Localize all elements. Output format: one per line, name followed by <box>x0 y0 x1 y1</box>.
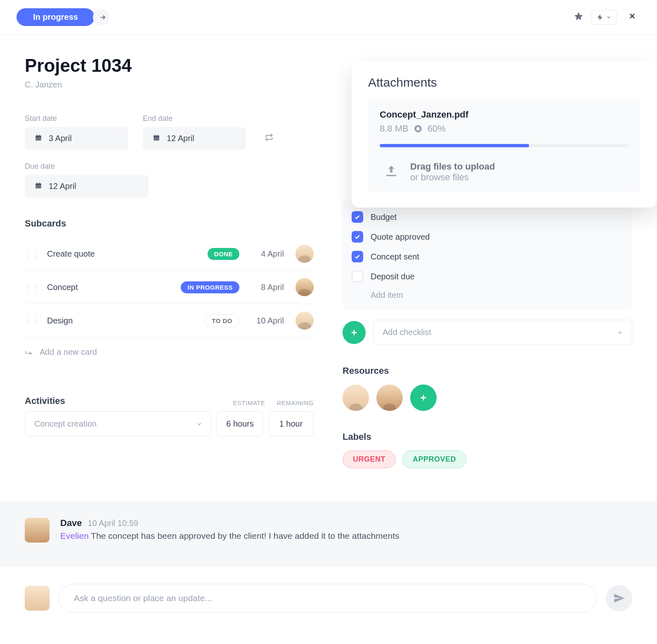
checklist: Budget Quote approved Concept sent Depos… <box>343 200 632 310</box>
upload-progress-fill <box>380 144 529 147</box>
end-date-label: End date <box>143 114 246 123</box>
due-date-value: 12 April <box>49 182 76 191</box>
due-date-label: Due date <box>25 162 149 171</box>
add-subcard-label: Add a new card <box>40 347 97 357</box>
project-title: Project 1034 <box>25 55 314 76</box>
enter-icon <box>25 348 33 356</box>
chevron-down-icon <box>617 330 623 335</box>
end-date-value: 12 April <box>167 134 194 143</box>
attachment-filename: Concept_Janzen.pdf <box>380 109 629 120</box>
checkbox[interactable] <box>352 251 363 262</box>
upload-card: Concept_Janzen.pdf 8.8 MB 60% Drag files… <box>368 99 640 193</box>
calendar-icon <box>153 134 160 143</box>
compose-avatar <box>25 586 50 611</box>
drag-handle-icon[interactable]: ⋮⋮ <box>25 283 40 292</box>
resource-avatar[interactable] <box>343 385 369 411</box>
compose-row: Ask a question or place an update... <box>0 567 657 629</box>
start-date-input[interactable]: 3 April <box>25 127 128 150</box>
subcards-heading: Subcards <box>25 218 314 229</box>
bolt-icon <box>596 14 604 21</box>
subcard-row[interactable]: ⋮⋮ Concept IN PROGRESS 8 April <box>25 271 314 304</box>
comment-text: Evelien The concept has been approved by… <box>60 531 399 541</box>
label-pill[interactable]: URGENT <box>343 451 396 468</box>
col-estimate: ESTIMATE <box>233 399 265 406</box>
end-date-input[interactable]: 12 April <box>143 127 246 150</box>
plus-icon <box>350 328 359 337</box>
add-subcard-button[interactable]: Add a new card <box>25 337 314 367</box>
checklist-item[interactable]: Deposit due <box>352 267 623 286</box>
subcard-status-badge: TO DO <box>205 314 239 327</box>
upload-icon <box>384 164 399 180</box>
checklist-item[interactable]: Budget <box>352 207 623 227</box>
send-button[interactable] <box>606 585 632 611</box>
subcard-row[interactable]: ⋮⋮ Create quote DONE 4 April <box>25 237 314 271</box>
subcard-date: 4 April <box>251 249 284 259</box>
subcard-avatar[interactable] <box>295 245 314 263</box>
subcard-date: 10 April <box>251 316 284 326</box>
add-checklist-button[interactable] <box>343 321 366 344</box>
add-resource-button[interactable] <box>410 385 437 411</box>
activities-heading: Activities <box>25 396 65 406</box>
mention[interactable]: Evelien <box>60 531 89 540</box>
svg-rect-10 <box>37 182 38 184</box>
close-icon <box>628 12 636 20</box>
dropzone-line1: Drag files to upload <box>410 161 495 172</box>
chevron-down-icon <box>196 421 202 427</box>
close-button[interactable] <box>624 12 640 23</box>
svg-rect-7 <box>157 134 158 136</box>
checkbox[interactable] <box>352 211 363 223</box>
subcard-row[interactable]: ⋮⋮ Design TO DO 10 April <box>25 304 314 337</box>
subcard-name: Concept <box>47 283 78 292</box>
due-date-input[interactable]: 12 April <box>25 175 149 198</box>
activity-select[interactable]: Concept creation <box>25 411 212 436</box>
activities-columns: ESTIMATE REMAINING <box>233 399 314 406</box>
drag-handle-icon[interactable]: ⋮⋮ <box>25 316 40 325</box>
calendar-icon <box>35 134 42 143</box>
checklist-item[interactable]: Quote approved <box>352 227 623 247</box>
resources-heading: Resources <box>343 366 632 376</box>
status-next-button[interactable] <box>93 9 109 26</box>
subcard-name: Design <box>47 316 73 326</box>
automation-button[interactable] <box>591 10 617 25</box>
star-icon[interactable] <box>574 11 584 24</box>
svg-rect-3 <box>39 134 40 136</box>
subcard-avatar[interactable] <box>295 278 314 296</box>
subcard-status-badge: IN PROGRESS <box>181 281 239 293</box>
resources-row <box>343 385 632 411</box>
comment-avatar <box>25 518 50 543</box>
checklist-label: Budget <box>371 212 397 222</box>
compose-input[interactable]: Ask a question or place an update... <box>59 584 597 613</box>
resource-avatar[interactable] <box>376 385 403 411</box>
drag-handle-icon[interactable]: ⋮⋮ <box>25 249 40 258</box>
start-date-value: 3 April <box>49 134 72 143</box>
topbar: In progress <box>0 0 657 35</box>
chevron-down-icon <box>606 15 611 20</box>
comment-time: 10 April 10:59 <box>88 519 138 528</box>
activity-estimate[interactable]: 6 hours <box>217 411 263 436</box>
activity-remaining[interactable]: 1 hour <box>268 411 314 436</box>
svg-rect-5 <box>154 135 159 137</box>
checkbox[interactable] <box>352 271 363 282</box>
arrow-right-icon <box>99 14 106 21</box>
project-author: C. Janzen <box>25 80 314 90</box>
send-icon <box>613 592 625 604</box>
svg-rect-6 <box>155 134 156 136</box>
svg-rect-11 <box>39 182 40 184</box>
recurrence-icon <box>265 133 273 142</box>
checkbox[interactable] <box>352 231 363 243</box>
svg-rect-1 <box>35 135 41 137</box>
dropzone[interactable]: Drag files to upload or browse files <box>380 157 629 183</box>
status-pill[interactable]: In progress <box>17 8 95 26</box>
checklist-item[interactable]: Concept sent <box>352 247 623 267</box>
checklist-label: Quote approved <box>371 232 430 242</box>
add-checklist-item[interactable]: Add item <box>352 286 623 302</box>
recurrence-button[interactable] <box>265 133 273 143</box>
labels-heading: Labels <box>343 432 632 442</box>
subcard-avatar[interactable] <box>295 311 314 330</box>
add-checklist-placeholder: Add checklist <box>383 328 431 337</box>
svg-rect-9 <box>35 183 41 185</box>
add-checklist-input[interactable]: Add checklist <box>373 320 632 345</box>
label-pill[interactable]: APPROVED <box>402 451 466 468</box>
start-date-label: Start date <box>25 114 128 123</box>
subcard-name: Create quote <box>47 249 95 259</box>
